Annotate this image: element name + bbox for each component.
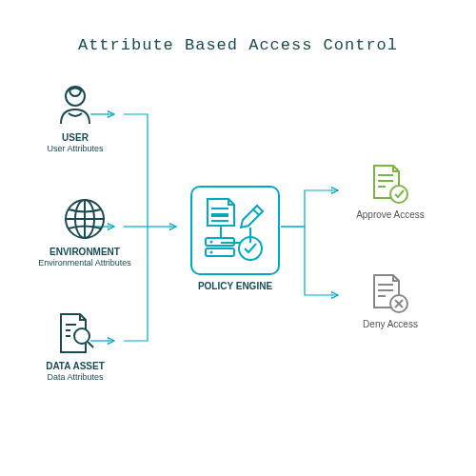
svg-point-20 [210,251,213,254]
svg-rect-11 [211,213,228,217]
policy-engine-node: POLICY ENGINE [190,186,280,291]
user-icon [32,81,118,129]
approve-icon [352,162,428,206]
svg-point-25 [390,186,407,203]
data-asset-sublabel: Data Attributes [32,372,118,382]
deny-node: Deny Access [352,271,428,329]
svg-point-18 [210,241,213,244]
environment-sublabel: Environmental Attributes [32,258,137,268]
data-asset-label: DATA ASSET [32,361,118,371]
policy-engine-icon [190,186,280,275]
policy-engine-label: POLICY ENGINE [190,281,280,291]
user-sublabel: User Attributes [32,144,118,153]
environment-node: ENVIRONMENT Environmental Attributes [32,195,137,268]
approve-label: Approve Access [352,209,428,220]
deny-icon [352,271,428,315]
document-search-icon [32,309,118,357]
deny-label: Deny Access [352,319,428,329]
data-asset-node: DATA ASSET Data Attributes [32,309,118,382]
globe-icon [32,195,137,243]
user-label: USER [32,132,118,143]
svg-line-13 [253,209,259,215]
user-node: USER User Attributes [32,81,118,153]
environment-label: ENVIRONMENT [32,247,137,257]
diagram-title: Attribute Based Access Control [0,36,476,54]
approve-node: Approve Access [352,162,428,220]
svg-point-8 [74,328,89,344]
svg-line-9 [88,342,93,347]
